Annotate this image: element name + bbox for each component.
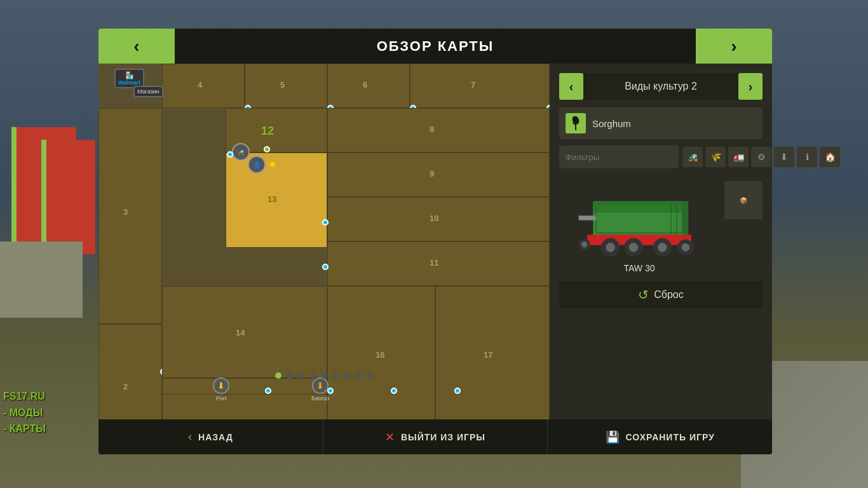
save-button[interactable]: 💾 СОХРАНИТЬ ИГРУ [548, 419, 772, 454]
header-next-button[interactable]: › [696, 29, 772, 64]
dot-indicator-4[interactable] [309, 372, 316, 379]
sorghum-item[interactable]: Sorghum [559, 107, 763, 139]
map-dot [322, 219, 329, 226]
field-4[interactable]: 4 [162, 64, 245, 108]
filter-harvester-icon[interactable]: 🌾 [705, 147, 726, 167]
field-8[interactable]: 8 [327, 108, 550, 152]
svg-point-15 [658, 243, 667, 252]
exit-label: ВЫЙТИ ИЗ ИГРЫ [401, 432, 485, 442]
watermark: FS17.RU - МОДЫ - КАРТЫ [3, 388, 46, 437]
back-label: НАЗАД [198, 432, 233, 442]
player-icon-2: 👤 [248, 156, 266, 173]
filter-download-icon[interactable]: ⬇ [774, 147, 794, 167]
field-17[interactable]: 17 [435, 286, 550, 419]
dot-indicator-8[interactable] [355, 372, 362, 379]
reset-icon: ↺ [638, 287, 649, 302]
right-panel: ‹ Виды культур 2 › Sorghum [550, 64, 772, 419]
field-10[interactable]: 10 [327, 197, 550, 241]
filter-tractor-icon[interactable]: 🚜 [682, 147, 703, 167]
crop-type-title: Виды культур 2 [583, 81, 738, 92]
field-5[interactable]: 5 [245, 64, 327, 108]
main-panel: ‹ ОБЗОР КАРТЫ › 4 5 6 7 [98, 29, 772, 454]
chevron-left-icon: ‹ [569, 79, 574, 94]
dot-indicators [98, 369, 550, 383]
dot-indicator-1[interactable] [275, 372, 281, 379]
map-grid: 4 5 6 7 3 8 9 [98, 64, 550, 419]
reset-button[interactable]: ↺ Сброс [559, 281, 763, 308]
dot-indicator-7[interactable] [344, 372, 350, 379]
map-dot [227, 151, 233, 158]
vehicle-display: TAW 30 [559, 175, 719, 276]
svg-point-1 [571, 116, 580, 125]
filter-area: 🚜 🌾 🚛 ⚙ ⬇ ℹ 🏠 [559, 146, 763, 168]
yellow-dot [270, 162, 275, 167]
back-icon: ‹ [188, 430, 192, 444]
dot-indicator-6[interactable] [332, 372, 339, 379]
svg-rect-7 [682, 201, 688, 236]
filter-gear-icon[interactable]: ⚙ [751, 147, 771, 167]
field-20[interactable]: 20 [162, 394, 327, 419]
field-14[interactable]: 14 [162, 286, 327, 378]
svg-point-17 [681, 243, 689, 252]
sorghum-label: Sorghum [592, 118, 631, 129]
crop-next-button[interactable]: › [738, 73, 763, 100]
bottom-bar: ‹ НАЗАД ✕ ВЫЙТИ ИЗ ИГРЫ 💾 СОХРАНИТЬ ИГРУ [98, 419, 772, 454]
svg-point-13 [629, 243, 639, 252]
map-dot [454, 388, 461, 394]
header-prev-button[interactable]: ‹ [98, 29, 175, 64]
map-dot [322, 264, 329, 270]
exit-icon: ✕ [385, 430, 395, 444]
green-dot [264, 146, 270, 152]
silo-green-line-2 [41, 140, 46, 254]
header-bar: ‹ ОБЗОР КАРТЫ › [98, 29, 772, 64]
field-3[interactable]: 3 [98, 108, 162, 324]
crop-prev-button[interactable]: ‹ [559, 73, 583, 100]
filter-icons: 🚜 🌾 🚛 ⚙ ⬇ ℹ 🏠 [682, 147, 840, 167]
dot-indicator-5[interactable] [321, 372, 327, 379]
filter-info-icon[interactable]: ℹ [797, 147, 817, 167]
svg-point-19 [581, 241, 587, 247]
field-16[interactable]: 16 [327, 286, 435, 419]
filter-row: 🚜 🌾 🚛 ⚙ ⬇ ℹ 🏠 [559, 146, 763, 168]
vehicle-name-label: TAW 30 [623, 263, 654, 273]
field-11[interactable]: 11 [327, 241, 550, 286]
map-dot [265, 388, 271, 394]
silo-green-line [11, 127, 17, 254]
map-area: 4 5 6 7 3 8 9 [98, 64, 550, 419]
vehicle-thumbnail: 📦 [724, 181, 763, 219]
vehicle-area: TAW 30 📦 [559, 175, 763, 276]
dot-indicator-3[interactable] [298, 372, 304, 379]
dot-indicator-2[interactable] [287, 372, 293, 379]
page-title: ОБЗОР КАРТЫ [175, 38, 696, 55]
chevron-left-icon: ‹ [133, 36, 139, 57]
back-button[interactable]: ‹ НАЗАД [98, 419, 323, 454]
chevron-right-icon: › [749, 79, 753, 94]
silo-decoration-2 [44, 140, 95, 254]
chevron-right-icon: › [731, 36, 736, 57]
field-9[interactable]: 9 [327, 152, 550, 197]
player-icon: 🚜 [232, 143, 250, 161]
farm-building [0, 241, 83, 318]
save-label: СОХРАНИТЬ ИГРУ [626, 432, 715, 442]
exit-button[interactable]: ✕ ВЫЙТИ ИЗ ИГРЫ [323, 419, 548, 454]
taw-vehicle-image [576, 189, 703, 259]
dot-indicator-9[interactable] [367, 372, 373, 379]
save-icon: 💾 [606, 430, 620, 444]
filter-input[interactable] [559, 146, 679, 168]
reset-label: Сброс [654, 289, 684, 301]
svg-rect-5 [593, 201, 685, 213]
magasin-marker: Магазин [133, 86, 163, 97]
filter-home-icon[interactable]: 🏠 [820, 147, 840, 167]
field-7[interactable]: 7 [410, 64, 550, 108]
svg-point-11 [606, 243, 615, 252]
field-6[interactable]: 6 [327, 64, 410, 108]
field-13[interactable]: 13 [226, 152, 327, 248]
crop-type-header: ‹ Виды культур 2 › [559, 73, 763, 100]
map-dot [391, 388, 397, 394]
sorghum-icon [566, 113, 586, 133]
svg-rect-8 [579, 215, 596, 220]
filter-trailer-icon[interactable]: 🚛 [728, 147, 749, 167]
